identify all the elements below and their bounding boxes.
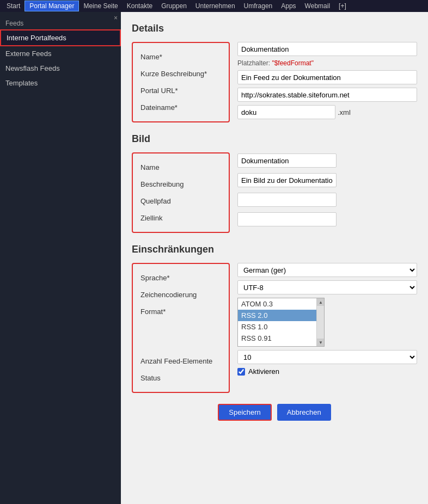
content-area: Details Name* Kurze Beschreibung* Portal… bbox=[121, 12, 428, 504]
einschraenkungen-heading: Einschränkungen bbox=[132, 244, 417, 255]
bild-quellpfad-label: Quellpfad bbox=[140, 193, 221, 210]
format-option-rss091[interactable]: RSS 0.91 bbox=[238, 333, 324, 344]
status-text: Aktivieren bbox=[248, 367, 279, 376]
placeholder-hint: Platzhalter: "$feedFormat" bbox=[237, 59, 417, 67]
details-field-labels: Name* Kurze Beschreibung* Portal URL* Da… bbox=[132, 42, 230, 122]
sprache-select[interactable]: German (ger) bbox=[237, 263, 417, 277]
nav-kontakte[interactable]: Kontakte bbox=[123, 1, 157, 11]
format-label: Format* bbox=[140, 303, 221, 320]
filename-row: .xml bbox=[237, 105, 417, 119]
buttons-row: Speichern Abbrechen bbox=[132, 404, 417, 421]
bild-beschreibung-input[interactable] bbox=[237, 173, 337, 187]
beschreibung-input[interactable] bbox=[237, 70, 417, 84]
status-checkbox[interactable] bbox=[237, 368, 245, 376]
details-section: Details Name* Kurze Beschreibung* Portal… bbox=[132, 23, 417, 122]
bild-section: Bild Name Beschreibung Quellpfad Ziellin… bbox=[132, 133, 417, 233]
bild-name-label: Name bbox=[140, 159, 221, 176]
format-scroll-down[interactable]: ▼ bbox=[317, 339, 324, 346]
constraints-field-labels: Sprache* Zeichencodierung Format* Anzahl… bbox=[132, 263, 230, 393]
details-form-row: Name* Kurze Beschreibung* Portal URL* Da… bbox=[132, 42, 417, 122]
bild-form-row: Name Beschreibung Quellpfad Ziellink bbox=[132, 152, 417, 233]
constraints-field-values: German (ger) UTF-8 ATOM 0.3 RSS 2.0 RSS … bbox=[237, 263, 417, 376]
portal-url-label: Portal URL* bbox=[140, 82, 221, 99]
format-option-atom03[interactable]: ATOM 0.3 bbox=[238, 298, 324, 310]
sidebar-item-externe-feeds[interactable]: Externe Feeds bbox=[0, 46, 121, 61]
sidebar-item-templates[interactable]: Templates bbox=[0, 76, 121, 90]
nav-portal-manager[interactable]: Portal Manager bbox=[25, 1, 79, 11]
zeichencodierung-label: Zeichencodierung bbox=[140, 286, 221, 303]
nav-meine-seite[interactable]: Meine Seite bbox=[79, 1, 122, 11]
nav-start[interactable]: Start bbox=[2, 1, 25, 11]
anzahl-label: Anzahl Feed-Elemente bbox=[140, 353, 221, 370]
format-listbox-inner: ATOM 0.3 RSS 2.0 RSS 1.0 RSS 0.91 ▲ ▼ bbox=[238, 298, 324, 346]
format-option-rss10[interactable]: RSS 1.0 bbox=[238, 321, 324, 333]
sidebar-section-label: Feeds bbox=[0, 14, 121, 29]
sidebar-item-interne-portalfeeds[interactable]: Interne Portalfeeds bbox=[0, 29, 121, 46]
sidebar: × Feeds Interne Portalfeeds Externe Feed… bbox=[0, 12, 121, 504]
status-row: Aktivieren bbox=[237, 367, 417, 376]
format-option-rss20[interactable]: RSS 2.0 bbox=[238, 310, 324, 321]
bild-quellpfad-input[interactable] bbox=[237, 193, 337, 207]
nav-webmail[interactable]: Webmail bbox=[301, 1, 334, 11]
dateiname-input[interactable] bbox=[237, 105, 335, 119]
close-icon[interactable]: × bbox=[114, 14, 118, 22]
nav-gruppen[interactable]: Gruppen bbox=[157, 1, 191, 11]
anzahl-select[interactable]: 10 bbox=[237, 350, 417, 364]
zeichencodierung-select[interactable]: UTF-8 bbox=[237, 280, 417, 294]
bild-field-labels: Name Beschreibung Quellpfad Ziellink bbox=[132, 152, 230, 233]
dateiname-suffix: .xml bbox=[338, 108, 351, 116]
bild-ziellink-label: Ziellink bbox=[140, 210, 221, 226]
bild-name-input[interactable] bbox=[237, 153, 337, 168]
einschraenkungen-section: Einschränkungen Sprache* Zeichencodierun… bbox=[132, 244, 417, 393]
sprache-label: Sprache* bbox=[140, 269, 221, 286]
sidebar-item-newsflash-feeds[interactable]: Newsflash Feeds bbox=[0, 61, 121, 76]
nav-umfragen[interactable]: Umfragen bbox=[240, 1, 277, 11]
save-button[interactable]: Speichern bbox=[218, 404, 272, 421]
cancel-button[interactable]: Abbrechen bbox=[277, 404, 331, 421]
bild-beschreibung-label: Beschreibung bbox=[140, 176, 221, 193]
details-field-values: Platzhalter: "$feedFormat" .xml bbox=[237, 42, 417, 119]
portal-url-input[interactable] bbox=[237, 88, 417, 102]
nav-apps[interactable]: Apps bbox=[277, 1, 300, 11]
format-listbox[interactable]: ATOM 0.3 RSS 2.0 RSS 1.0 RSS 0.91 ▲ ▼ bbox=[237, 298, 325, 347]
nav-unternehmen[interactable]: Unternehmen bbox=[191, 1, 240, 11]
details-heading: Details bbox=[132, 23, 417, 34]
placeholder-value: "$feedFormat" bbox=[272, 59, 314, 67]
bild-field-values bbox=[237, 153, 337, 226]
top-navigation: Start Portal Manager Meine Seite Kontakt… bbox=[0, 0, 428, 12]
dateiname-label: Dateiname* bbox=[140, 99, 221, 116]
constraints-form-row: Sprache* Zeichencodierung Format* Anzahl… bbox=[132, 263, 417, 393]
status-label: Status bbox=[140, 370, 221, 386]
format-scroll-up[interactable]: ▲ bbox=[317, 298, 324, 306]
nav-plus[interactable]: [+] bbox=[334, 1, 351, 11]
beschreibung-label: Kurze Beschreibung* bbox=[140, 65, 221, 82]
format-scrollbar[interactable]: ▲ ▼ bbox=[316, 298, 324, 346]
name-input[interactable] bbox=[237, 42, 417, 56]
bild-ziellink-input[interactable] bbox=[237, 212, 337, 226]
bild-heading: Bild bbox=[132, 133, 417, 145]
name-label: Name* bbox=[140, 48, 221, 65]
